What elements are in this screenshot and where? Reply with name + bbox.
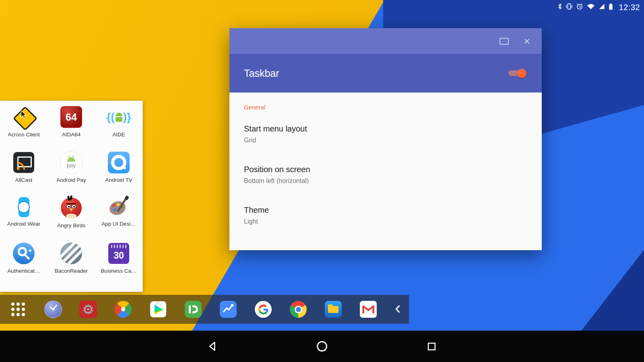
- section-header-general: General: [244, 104, 527, 111]
- trends-icon: [220, 301, 237, 318]
- setting-value: Grid: [244, 137, 527, 144]
- google-photos-icon: [115, 301, 132, 318]
- taskbar-item-pushbullet[interactable]: [184, 300, 202, 319]
- app-label: AllCast: [15, 177, 33, 183]
- start-menu-panel: Across Client 64 AIDA64 {( )} AIDE: [0, 101, 143, 292]
- settings-gear-icon: ⚙: [79, 300, 97, 318]
- aide-brace-right: )}: [123, 111, 131, 123]
- app-label: Android Pay: [56, 177, 86, 183]
- app-item-aida64[interactable]: 64 AIDA64: [47, 105, 95, 150]
- calendar-icon-text: 30: [108, 250, 129, 261]
- app-item-across-client[interactable]: Across Client: [0, 105, 47, 150]
- setting-start-menu-layout[interactable]: Start menu layout Grid: [244, 124, 527, 144]
- home-button[interactable]: [310, 334, 334, 358]
- app-item-angry-birds[interactable]: Angry Birds: [47, 196, 95, 241]
- taskbar-enable-toggle[interactable]: [508, 68, 526, 78]
- app-label: Angry Birds: [57, 222, 85, 228]
- cursor-arrow-icon: [21, 111, 27, 119]
- alarm-icon: [576, 3, 583, 12]
- app-item-android-wear[interactable]: Android Wear: [0, 196, 47, 241]
- aide-brace-left: {(: [106, 111, 114, 123]
- wifi-icon: [587, 3, 595, 11]
- authenticator-icon: +: [12, 241, 36, 265]
- taskbar-item-photos[interactable]: [114, 300, 132, 319]
- app-item-baconreader[interactable]: BaconReader: [47, 241, 95, 287]
- google-g-icon: [255, 301, 272, 318]
- taskbar-item-play-store[interactable]: [149, 300, 167, 319]
- app-label: Business Ca…: [101, 268, 136, 274]
- android-robot-shape: [116, 113, 122, 122]
- business-calendar-icon: 30: [107, 241, 131, 265]
- app-item-business-calendar[interactable]: 30 Business Ca…: [95, 241, 142, 287]
- solid-explorer-icon: [325, 301, 342, 318]
- app-item-aide[interactable]: {( )} AIDE: [95, 105, 142, 150]
- toggle-thumb: [517, 69, 526, 78]
- app-label: App UI Desi…: [101, 221, 136, 227]
- aide-icon: {( )}: [107, 105, 131, 129]
- app-item-authenticator[interactable]: + Authenticat…: [0, 241, 47, 287]
- baconreader-icon: [59, 241, 83, 265]
- android-head-shape: [67, 157, 75, 162]
- allcast-icon: [12, 150, 36, 175]
- dpad-dot-shape: [124, 167, 126, 169]
- taskbar-item-gmail[interactable]: [359, 300, 378, 319]
- setting-theme[interactable]: Theme Light: [244, 206, 527, 225]
- maximize-button[interactable]: [500, 38, 509, 45]
- back-icon: [207, 341, 218, 352]
- android-tv-icon: [107, 150, 131, 175]
- aida64-icon: 64: [59, 105, 83, 129]
- recents-button[interactable]: [419, 334, 444, 358]
- app-label: BaconReader: [55, 268, 88, 274]
- taskbar-item-trends[interactable]: [219, 300, 237, 319]
- android-pay-icon: pay: [59, 150, 83, 175]
- bacon-stripes-shape: [60, 243, 82, 264]
- window-header: Taskbar: [229, 54, 542, 93]
- app-label: AIDA64: [62, 132, 81, 138]
- app-item-app-ui-designer[interactable]: App UI Desi…: [95, 196, 142, 241]
- setting-value: Light: [244, 218, 527, 225]
- spiral-binding-shape: [111, 245, 126, 248]
- watch-face-shape: [18, 201, 30, 213]
- taskbar-item-settings[interactable]: ⚙: [79, 300, 97, 319]
- taskbar-item-chrome[interactable]: [289, 300, 308, 319]
- app-item-android-tv[interactable]: Android TV: [95, 150, 142, 196]
- app-item-allcast[interactable]: AllCast: [0, 150, 47, 196]
- taskbar-strip: ⚙: [0, 295, 409, 324]
- close-button[interactable]: ✕: [523, 37, 530, 45]
- home-icon: [316, 340, 328, 352]
- back-button[interactable]: [200, 334, 225, 358]
- android-nav-bar: [0, 331, 644, 362]
- app-label: AIDE: [112, 132, 125, 138]
- taskbar-item-google[interactable]: [254, 300, 272, 319]
- pay-icon-text: pay: [67, 162, 76, 168]
- all-apps-button[interactable]: [9, 300, 27, 319]
- app-ui-designer-icon: [107, 196, 130, 218]
- app-label: Across Client: [8, 132, 40, 138]
- setting-label: Start menu layout: [244, 124, 527, 134]
- window-controls-bar: ✕: [229, 28, 542, 54]
- setting-label: Position on screen: [244, 165, 527, 174]
- android-wear-icon: [12, 196, 35, 218]
- clock-time: 12:32: [619, 3, 640, 12]
- maximize-icon: [500, 38, 509, 45]
- vibrate-icon: [566, 3, 572, 12]
- play-store-icon: [150, 301, 166, 317]
- clock-app-icon: [44, 300, 62, 318]
- bluetooth-icon: [557, 3, 562, 12]
- settings-content: General Start menu layout Grid Position …: [229, 93, 542, 250]
- across-client-icon: [12, 105, 36, 129]
- cast-waves-shape: [17, 162, 25, 170]
- taskbar-item-solid-explorer[interactable]: [324, 300, 343, 319]
- apps-grid-icon: [11, 302, 25, 316]
- angry-birds-icon: [59, 196, 83, 220]
- app-item-android-pay[interactable]: pay Android Pay: [47, 150, 95, 196]
- taskbar-item-clock[interactable]: [44, 300, 62, 319]
- battery-icon: [609, 3, 613, 12]
- taskbar-collapse-button[interactable]: ‹: [395, 300, 401, 316]
- cellular-signal-icon: [599, 3, 605, 11]
- app-label: Android TV: [105, 177, 132, 183]
- gmail-icon: [360, 301, 377, 318]
- app-label: Authenticat…: [7, 268, 40, 274]
- setting-position-on-screen[interactable]: Position on screen Bottom left (horizont…: [244, 165, 527, 185]
- setting-value: Bottom left (horizontal): [244, 177, 527, 185]
